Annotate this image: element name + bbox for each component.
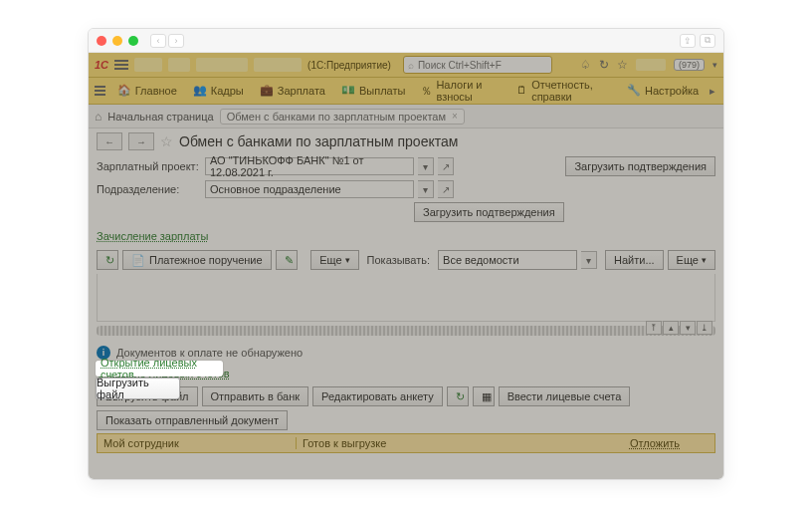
salary-enrollment-link[interactable]: Зачисление зарплаты — [97, 230, 208, 242]
menu-label: Зарплата — [278, 85, 325, 97]
report-icon: 🗒 — [516, 84, 527, 98]
favorite-icon[interactable]: ☆ — [160, 133, 173, 149]
horizontal-scrollbar[interactable] — [97, 326, 715, 336]
bell-icon[interactable]: ♤ — [580, 58, 591, 72]
blurred-text — [196, 58, 248, 72]
project-dropdown-icon[interactable]: ▾ — [418, 157, 434, 175]
browser-nav: ‹ › — [150, 34, 184, 48]
edit-questionnaire-button[interactable]: Редактировать анкету — [312, 386, 443, 406]
menu-salary[interactable]: 💼Зарплата — [252, 78, 333, 104]
menu-staff[interactable]: 👥Кадры — [185, 78, 252, 104]
refresh-accounts-button[interactable]: ↻ — [447, 386, 469, 406]
show-filter-dropdown-icon[interactable]: ▾ — [581, 251, 597, 269]
tabs-icon[interactable]: ⧉ — [700, 34, 715, 48]
menu-label: Настройка — [645, 85, 699, 97]
browser-back-button[interactable]: ‹ — [150, 34, 166, 48]
home-tab-icon[interactable]: ⌂ — [95, 110, 102, 124]
list-nav-down-icon[interactable]: ▾ — [680, 321, 696, 335]
menu-settings[interactable]: 🔧Настройка — [619, 78, 707, 104]
show-filter-select[interactable]: Все ведомости — [438, 250, 577, 270]
close-window-icon[interactable] — [97, 36, 106, 46]
list-nav-last-icon[interactable]: ⤓ — [697, 321, 712, 335]
payment-order-button[interactable]: 📄Платежное поручение — [122, 250, 272, 270]
col-postpone-link[interactable]: Отложить — [595, 437, 714, 449]
dept-open-icon[interactable]: ↗ — [438, 180, 454, 198]
page-body: ← → ☆ Обмен с банками по зарплатным прое… — [89, 128, 723, 480]
menu-label: Отчетность, справки — [531, 79, 611, 103]
open-accounts-toolbar: Выгрузить файл Отправить в банк Редактир… — [97, 386, 715, 430]
menu-label: Главное — [135, 85, 177, 97]
accounts-table-header: Мой сотрудник Готов к выгрузке Отложить — [97, 433, 715, 453]
app-logo-icon: 1C — [95, 59, 108, 71]
select-value: Все ведомости — [443, 254, 519, 266]
dept-field[interactable]: Основное подразделение — [205, 180, 414, 198]
list-nav-first-icon[interactable]: ⤒ — [646, 321, 662, 335]
show-label: Показывать: — [367, 254, 430, 266]
cash-icon: 💵 — [341, 84, 355, 98]
tab-label: Обмен с банками по зарплатным проектам — [227, 111, 446, 123]
menu-label: Выплаты — [359, 85, 405, 97]
no-docs-message: Документов к оплате не обнаружено — [116, 347, 303, 359]
dept-label: Подразделение: — [97, 183, 201, 195]
project-label: Зарплатный проект: — [97, 160, 201, 172]
load-confirmations-button[interactable]: Загрузить подтверждения — [565, 156, 715, 176]
blurred-text — [134, 58, 162, 72]
edit-button[interactable]: ✎ — [276, 250, 298, 270]
menu-taxes[interactable]: ％Налоги и взносы — [413, 78, 508, 104]
load-confirmations-button-2[interactable]: Загрузить подтверждения — [414, 202, 564, 222]
app-topbar: 1C (1C:Предприятие) ⌕ ♤ ↻ ☆ (979) ▾ — [89, 53, 723, 78]
folder-icon: 📄 — [131, 254, 145, 267]
send-to-bank-button[interactable]: Отправить в банк — [202, 386, 309, 406]
enter-accounts-button[interactable]: Ввести лицевые счета — [499, 386, 631, 406]
share-icon[interactable]: ⇪ — [680, 34, 696, 48]
calendar-button[interactable]: ▦ — [473, 386, 495, 406]
star-icon[interactable]: ☆ — [617, 58, 628, 72]
wrench-icon: 🔧 — [627, 84, 641, 98]
project-open-icon[interactable]: ↗ — [438, 157, 454, 175]
project-field[interactable]: АО "ТИНЬКОФФ БАНК" №1 от 12.08.2021 г. — [205, 157, 414, 175]
more-button-2[interactable]: Еще ▾ — [668, 250, 715, 270]
home-tab-label[interactable]: Начальная страница — [107, 111, 213, 123]
blurred-text — [254, 58, 302, 72]
wallet-icon: 💼 — [260, 84, 274, 98]
maximize-window-icon[interactable] — [128, 36, 138, 46]
minimize-window-icon[interactable] — [112, 36, 122, 46]
sections-icon[interactable] — [95, 86, 105, 96]
btn-label: Еще — [319, 254, 341, 266]
show-sent-doc-button[interactable]: Показать отправленный документ — [97, 410, 288, 430]
active-tab[interactable]: Обмен с банками по зарплатным проектам × — [220, 109, 465, 125]
list-nav-up-icon[interactable]: ▴ — [663, 321, 679, 335]
global-search[interactable]: ⌕ — [403, 56, 552, 74]
percent-icon: ％ — [421, 84, 432, 98]
app-root: 1C (1C:Предприятие) ⌕ ♤ ↻ ☆ (979) ▾ — [89, 53, 723, 479]
window-controls — [97, 36, 138, 46]
browser-window: ‹ › ⇪ ⧉ 1C (1C:Предприятие) ⌕ — [88, 28, 724, 480]
search-icon: ⌕ — [408, 60, 414, 71]
people-icon: 👥 — [193, 84, 207, 98]
page-forward-button[interactable]: → — [128, 132, 154, 150]
field-value: Основное подразделение — [210, 183, 341, 195]
close-tab-icon[interactable]: × — [452, 111, 458, 122]
col-employee: Мой сотрудник — [98, 437, 297, 449]
browser-forward-button[interactable]: › — [168, 34, 184, 48]
home-icon: 🏠 — [117, 84, 131, 98]
history-icon[interactable]: ↻ — [599, 58, 609, 72]
refresh-button[interactable]: ↻ — [97, 250, 118, 270]
documents-list: ⤒ ▴ ▾ ⤓ — [97, 274, 715, 322]
more-button-1[interactable]: Еще ▾ — [310, 250, 358, 270]
menu-scroll-right-icon[interactable]: ▸ — [707, 85, 717, 98]
menu-main[interactable]: 🏠Главное — [109, 78, 185, 104]
main-menu: 🏠Главное 👥Кадры 💼Зарплата 💵Выплаты ％Нало… — [89, 78, 723, 105]
menu-toggle-icon[interactable] — [114, 60, 128, 70]
find-button[interactable]: Найти... — [605, 250, 664, 270]
open-accounts-link[interactable]: Открытие лицевых счетов — [97, 368, 230, 380]
menu-reports[interactable]: 🗒Отчетность, справки — [508, 78, 619, 104]
menu-payments[interactable]: 💵Выплаты — [333, 78, 413, 104]
export-file-button[interactable]: Выгрузить файл — [97, 386, 198, 406]
dropdown-icon[interactable]: ▾ — [712, 60, 717, 70]
dept-dropdown-icon[interactable]: ▾ — [418, 180, 434, 198]
page-back-button[interactable]: ← — [97, 132, 122, 150]
page-title: Обмен с банками по зарплатным проектам — [179, 133, 458, 149]
search-input[interactable] — [418, 60, 547, 71]
window-titlebar: ‹ › ⇪ ⧉ — [89, 29, 723, 53]
